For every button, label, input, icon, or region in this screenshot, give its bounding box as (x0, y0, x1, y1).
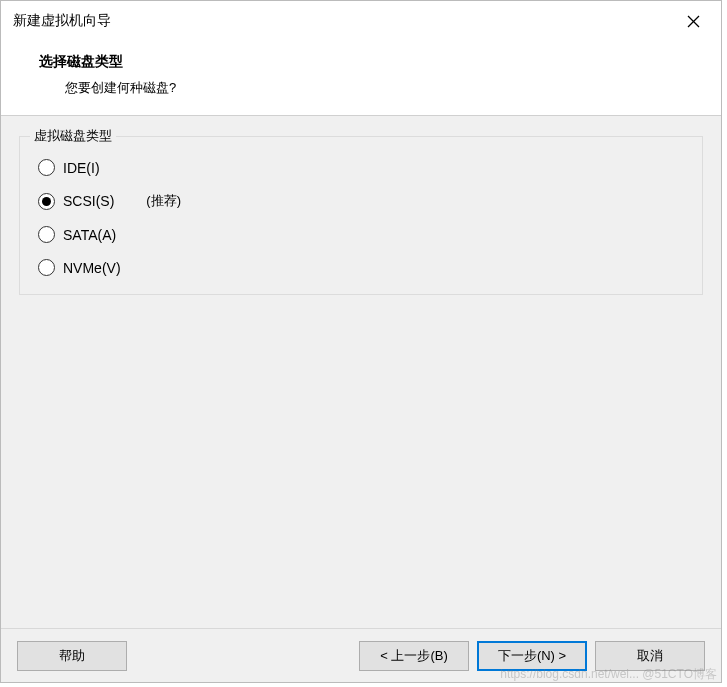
radio-label: SATA(A) (63, 227, 116, 243)
page-title: 选择磁盘类型 (39, 53, 705, 71)
radio-icon (38, 259, 55, 276)
radio-option-nvme[interactable]: NVMe(V) (38, 259, 684, 276)
radio-icon (38, 193, 55, 210)
radio-option-ide[interactable]: IDE(I) (38, 159, 684, 176)
radio-option-scsi[interactable]: SCSI(S) (推荐) (38, 192, 684, 210)
wizard-header: 选择磁盘类型 您要创建何种磁盘? (1, 41, 721, 115)
cancel-button[interactable]: 取消 (595, 641, 705, 671)
window-title: 新建虚拟机向导 (13, 12, 111, 30)
disk-type-group: 虚拟磁盘类型 IDE(I) SCSI(S) (推荐) SATA(A) (19, 136, 703, 295)
group-label: 虚拟磁盘类型 (30, 127, 116, 145)
radio-label: SCSI(S) (63, 193, 114, 209)
radio-icon (38, 226, 55, 243)
radio-hint: (推荐) (146, 192, 181, 210)
radio-label: NVMe(V) (63, 260, 121, 276)
page-subtitle: 您要创建何种磁盘? (39, 79, 705, 97)
radio-list: IDE(I) SCSI(S) (推荐) SATA(A) NVMe(V) (38, 159, 684, 276)
wizard-dialog: 新建虚拟机向导 选择磁盘类型 您要创建何种磁盘? 虚拟磁盘类型 IDE(I) S… (0, 0, 722, 683)
radio-icon (38, 159, 55, 176)
help-button[interactable]: 帮助 (17, 641, 127, 671)
radio-label: IDE(I) (63, 160, 100, 176)
back-button[interactable]: < 上一步(B) (359, 641, 469, 671)
next-button[interactable]: 下一步(N) > (477, 641, 587, 671)
radio-option-sata[interactable]: SATA(A) (38, 226, 684, 243)
content-area: 虚拟磁盘类型 IDE(I) SCSI(S) (推荐) SATA(A) (1, 116, 721, 628)
button-bar: 帮助 < 上一步(B) 下一步(N) > 取消 (1, 628, 721, 682)
close-button[interactable] (677, 5, 709, 37)
close-icon (687, 15, 700, 28)
titlebar: 新建虚拟机向导 (1, 1, 721, 41)
